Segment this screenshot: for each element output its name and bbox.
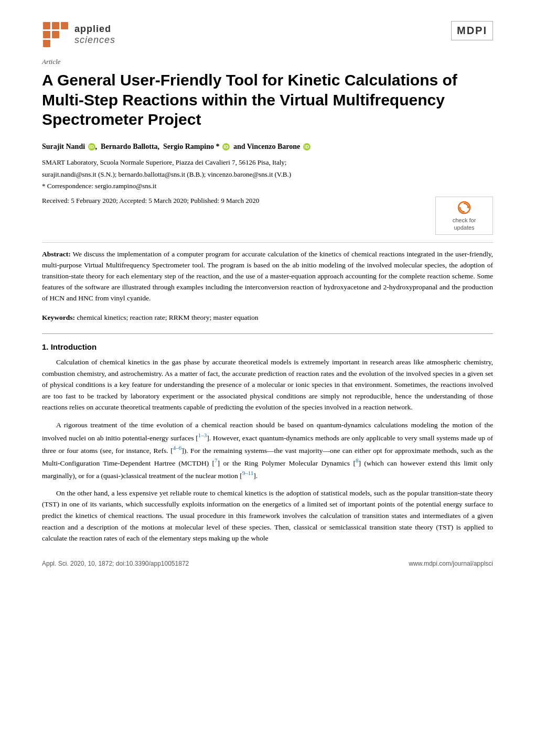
article-title: A General User-Friendly Tool for Kinetic… — [42, 70, 493, 129]
correspondence-text: Correspondence: sergio.rampino@sns.it — [47, 182, 157, 190]
journal-logo-icon — [42, 21, 69, 48]
svg-rect-2 — [61, 22, 68, 29]
author-ballotta: Bernardo Ballotta, — [101, 143, 159, 150]
mdpi-logo: MDPI — [451, 21, 493, 40]
svg-rect-0 — [43, 22, 50, 29]
check-updates-icon — [456, 200, 473, 215]
journal-sciences: sciences — [74, 35, 115, 46]
ref-9-11[interactable]: 9–11 — [242, 470, 254, 476]
correspondence: * Correspondence: sergio.rampino@sns.it — [42, 182, 493, 190]
intro-paragraph-3: On the other hand, a less expensive yet … — [42, 488, 493, 544]
ref-1-3[interactable]: 1–3 — [198, 432, 207, 438]
svg-rect-7 — [52, 40, 59, 47]
footer-website: www.mdpi.com/journal/applsci — [409, 560, 493, 567]
article-type: Article — [42, 58, 493, 66]
keywords-label: Keywords: — [42, 314, 75, 321]
received-date: Received: 5 February 2020 — [42, 197, 116, 204]
intro-paragraph-1: Calculation of chemical kinetics in the … — [42, 357, 493, 413]
section-divider — [42, 333, 493, 334]
check-updates-badge: check forupdates — [435, 197, 493, 235]
svg-rect-4 — [52, 31, 59, 38]
ref-4-6[interactable]: 4–6 — [173, 445, 182, 451]
orcid-nandi: ID — [88, 143, 95, 150]
svg-rect-6 — [43, 40, 50, 47]
intro-paragraph-2: A rigorous treatment of the time evoluti… — [42, 419, 493, 481]
author-nandi: Surajit Nandi — [42, 143, 85, 150]
accepted-date: Accepted: 5 March 2020 — [119, 197, 187, 204]
dates-text: Received: 5 February 2020; Accepted: 5 M… — [42, 197, 259, 205]
abstract-body: We discuss the implementation of a compu… — [42, 250, 493, 302]
keywords-text: chemical kinetics; reaction rate; RRKM t… — [77, 314, 258, 321]
svg-rect-8 — [61, 40, 68, 47]
journal-applied: applied — [74, 24, 115, 35]
ref-8[interactable]: 8 — [356, 457, 359, 463]
intro-heading: 1. Introduction — [42, 342, 493, 351]
page-footer: Appl. Sci. 2020, 10, 1872; doi:10.3390/a… — [42, 560, 493, 567]
orcid-rampino: ID — [222, 143, 230, 150]
footer-citation: Appl. Sci. 2020, 10, 1872; doi:10.3390/a… — [42, 560, 189, 567]
section-title: Introduction — [51, 342, 97, 351]
journal-name: applied sciences — [74, 24, 115, 46]
author-and: and Vincenzo Barone — [233, 143, 300, 150]
abstract-section: Abstract: We discuss the implementation … — [42, 249, 493, 304]
svg-rect-5 — [61, 31, 68, 38]
ref-7[interactable]: 7 — [215, 457, 218, 463]
affiliation-line1: SMART Laboratory, Scuola Normale Superio… — [42, 157, 493, 168]
published-date: Published: 9 March 2020 — [190, 197, 259, 204]
authors-line: Surajit Nandi ID, Bernardo Ballotta, Ser… — [42, 141, 493, 152]
journal-logo: applied sciences — [42, 21, 115, 48]
orcid-barone: ID — [303, 143, 311, 150]
page-header: applied sciences MDPI — [42, 21, 493, 48]
abstract-text: Abstract: We discuss the implementation … — [42, 249, 493, 304]
correspondence-star: * — [42, 182, 47, 190]
author-rampino: Sergio Rampino * — [163, 143, 219, 150]
dates-row: Received: 5 February 2020; Accepted: 5 M… — [42, 197, 493, 235]
section-number: 1. — [42, 342, 49, 351]
abstract-divider — [42, 242, 493, 243]
svg-rect-3 — [43, 31, 50, 38]
keywords: Keywords: chemical kinetics; reaction ra… — [42, 312, 493, 323]
affiliation-line2: surajit.nandi@sns.it (S.N.); bernardo.ba… — [42, 169, 493, 180]
abstract-label: Abstract: — [42, 250, 71, 258]
svg-rect-1 — [52, 22, 59, 29]
check-updates-label: check forupdates — [453, 217, 476, 232]
